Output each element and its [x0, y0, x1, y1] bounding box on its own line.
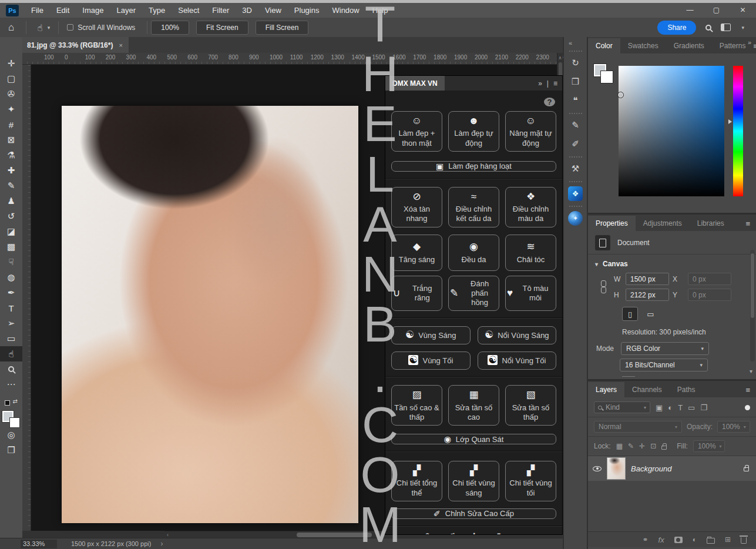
swap-colors-control[interactable]: ⇄: [5, 398, 18, 407]
spot-healing-tool[interactable]: ✚: [0, 163, 22, 178]
lock-artboard-icon[interactable]: ⊡: [650, 442, 656, 450]
color-swatch-pair[interactable]: [594, 64, 615, 85]
tab-adjustments[interactable]: Adjustments: [636, 216, 690, 231]
delete-layer-icon[interactable]: [741, 537, 747, 544]
type-tool[interactable]: T: [0, 300, 22, 316]
hue-slider[interactable]: [733, 66, 743, 196]
minimize-button[interactable]: —: [677, 3, 703, 18]
beautify-slim-face-button[interactable]: ☺ Làm đẹp + thon mặt: [391, 111, 442, 152]
panel-menu-icon[interactable]: ≡: [753, 42, 756, 53]
drag-handle[interactable]: [569, 181, 582, 182]
lock-transparency-icon[interactable]: ▦: [616, 442, 623, 450]
lasso-tool[interactable]: ✇: [0, 86, 22, 102]
even-skin-button[interactable]: ◉ Đều da: [448, 235, 499, 271]
scroll-up-arrow[interactable]: ∧: [557, 53, 563, 61]
shape-tool[interactable]: ▭: [0, 331, 22, 346]
tool-presets-icon[interactable]: ⚒: [563, 159, 587, 178]
tab-swatches[interactable]: Swatches: [620, 38, 666, 53]
high-low-frequency-button[interactable]: ▨ Tần số cao & thấp: [391, 385, 442, 426]
plugin-cube-icon[interactable]: ❖: [563, 184, 587, 203]
tab-libraries[interactable]: Libraries: [690, 216, 732, 231]
scroll-all-windows-checkbox[interactable]: [67, 24, 73, 31]
comments-icon[interactable]: ❝: [563, 91, 587, 110]
properties-scrollbar[interactable]: [750, 250, 755, 361]
drag-handle[interactable]: [569, 206, 582, 207]
width-field[interactable]: [626, 273, 669, 285]
filter-shape-layers-icon[interactable]: ▭: [688, 403, 695, 412]
help-icon[interactable]: ?: [544, 98, 555, 106]
expand-panels-icon[interactable]: »: [748, 39, 751, 46]
panel-menu-icon[interactable]: ≡: [745, 219, 756, 231]
bit-depth-select[interactable]: 16 Bits/Channel ▾: [620, 359, 708, 371]
overall-detail-button[interactable]: ▞ Chi tiết tổng thể: [391, 461, 442, 501]
portrait-orientation-button[interactable]: ▯: [622, 307, 638, 321]
canvas-section-header[interactable]: ▾ Canvas: [588, 255, 756, 270]
link-dimensions-icon[interactable]: [601, 280, 606, 293]
filter-kind-select[interactable]: Kind ▾: [594, 401, 650, 413]
horizontal-scroll-thumb[interactable]: [297, 533, 372, 537]
home-icon[interactable]: ⌂: [0, 22, 22, 34]
layer-row-background[interactable]: Background: [588, 456, 756, 481]
menu-window[interactable]: Window: [325, 3, 365, 18]
saturation-brightness-field[interactable]: [619, 66, 724, 196]
menu-filter[interactable]: Filter: [206, 3, 236, 18]
opacity-select[interactable]: 100% ▾: [717, 421, 750, 433]
brush-tool[interactable]: ✎: [0, 178, 22, 193]
link-layers-icon[interactable]: ⚭: [643, 535, 649, 544]
highlight-detail-button[interactable]: ▞ Chi tiết vùng sáng: [448, 461, 499, 501]
dmx-panel-tab[interactable]: DMX MAX VN: [385, 76, 445, 91]
fill-screen-button[interactable]: Fill Screen: [256, 21, 309, 35]
drag-handle[interactable]: [569, 113, 582, 114]
shadow-detail-button[interactable]: ▞ Chi tiết vùng tối: [505, 461, 556, 501]
scroll-thumb[interactable]: [751, 253, 754, 318]
batch-beautify-button[interactable]: ▣ Làm đẹp hàng loạt: [391, 161, 556, 172]
marquee-tool[interactable]: ▢: [0, 71, 22, 86]
version-history-icon[interactable]: ↻: [563, 53, 587, 72]
hue-marker-icon[interactable]: [728, 119, 732, 124]
history-brush-tool[interactable]: ↺: [0, 209, 22, 224]
adjustment-layer-icon[interactable]: ◐: [693, 535, 697, 544]
blush-button[interactable]: ✎ Đánh phấn hồng: [448, 276, 499, 312]
menu-view[interactable]: View: [258, 3, 288, 18]
history-brush-icon[interactable]: ↺: [493, 531, 501, 534]
panel-expand-icon[interactable]: »: [538, 79, 542, 88]
close-button[interactable]: ✕: [730, 3, 756, 18]
remove-freckles-button[interactable]: ⊘ Xóa tàn nhang: [391, 187, 442, 227]
x-field[interactable]: [688, 273, 731, 285]
menu-file[interactable]: File: [25, 3, 50, 18]
fill-select[interactable]: 100% ▾: [693, 440, 725, 452]
eyedropper-tool[interactable]: ⚗: [0, 148, 22, 163]
menu-help[interactable]: Help: [366, 3, 395, 18]
hand-tool[interactable]: ☜: [0, 346, 22, 361]
document-icon-button[interactable]: [595, 235, 610, 250]
observation-layer-button[interactable]: ◉ Lớp Quan Sát: [391, 434, 556, 444]
tab-layers[interactable]: Layers: [588, 382, 624, 397]
fit-screen-button[interactable]: Fit Screen: [196, 21, 248, 35]
tab-properties[interactable]: Properties: [588, 216, 636, 231]
background-color-swatch[interactable]: [601, 71, 613, 83]
menu-edit[interactable]: Edit: [50, 3, 76, 18]
layer-thumbnail[interactable]: [607, 457, 626, 480]
pen-tool[interactable]: ✒: [0, 285, 22, 300]
path-selection-tool[interactable]: ➢: [0, 316, 22, 331]
adjust-skin-texture-button[interactable]: ≈ Điều chỉnh kết cấu da: [448, 187, 499, 227]
menu-layer[interactable]: Layer: [110, 3, 143, 18]
tab-paths[interactable]: Paths: [670, 382, 703, 397]
visibility-eye-icon[interactable]: [593, 466, 602, 471]
move-tool[interactable]: ✛: [0, 56, 22, 71]
brush-settings-icon[interactable]: ✎: [563, 116, 587, 135]
fix-low-frequency-button[interactable]: ▧ Sửa tần số thấp: [505, 385, 556, 426]
comb-hair-button[interactable]: ≋ Chải tóc: [505, 235, 556, 271]
plugin-sphere-icon[interactable]: ✦: [563, 209, 587, 227]
dodge-tool[interactable]: ◍: [0, 270, 22, 285]
menu-type[interactable]: Type: [142, 3, 172, 18]
frame-tool[interactable]: ⊠: [0, 132, 22, 148]
drag-handle[interactable]: [569, 51, 582, 52]
zoom-level-field[interactable]: [21, 540, 57, 548]
raise-shadow-button[interactable]: ☯ Nổi Vùng Tối: [478, 352, 557, 370]
edit-toolbar-button[interactable]: ⋯: [0, 377, 22, 392]
search-icon[interactable]: [705, 25, 711, 31]
filter-smart-objects-icon[interactable]: ❐: [700, 403, 707, 412]
smudge-tool[interactable]: ☟: [0, 255, 22, 270]
landscape-orientation-button[interactable]: ▭: [643, 307, 658, 321]
